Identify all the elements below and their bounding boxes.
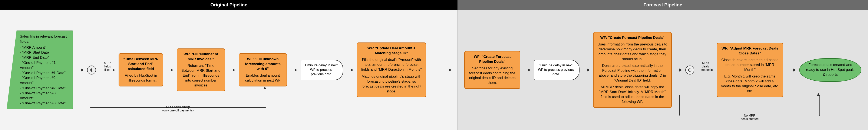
arrowhead-icon bbox=[817, 93, 820, 96]
arrow bbox=[347, 70, 353, 70]
start-field: "One-off Payment #1 Date" bbox=[20, 71, 68, 76]
pane-forecast-title: Forecast Pipeline bbox=[458, 0, 868, 9]
node-body: Fills the original deal's "Amount" with … bbox=[361, 57, 422, 72]
delay-node-1: 1 minute delay in next WF to process pre… bbox=[301, 60, 343, 80]
node-body: Deals are created automatically in the F… bbox=[597, 63, 668, 83]
edge-label-mrr-created: MRR deals created bbox=[701, 61, 710, 72]
node-body: Matches original pipeline's stage with f… bbox=[361, 74, 422, 94]
arrow bbox=[167, 70, 173, 70]
edge-label-mrr-empty: MRR fields empty (only one-off payments) bbox=[162, 105, 194, 112]
arrow: MRR deals created bbox=[698, 70, 713, 70]
node-title: WF: "Adjust MRR Forecast Deals Close Dat… bbox=[721, 46, 779, 56]
end-node: Forecast deals created and ready to use … bbox=[799, 58, 861, 82]
end-text: Forecast deals created and ready to use … bbox=[805, 62, 856, 77]
branch-no-mrr: No MRR deals created bbox=[679, 95, 820, 116]
node-body: E.g. Month 1 will keep the same close da… bbox=[721, 74, 779, 94]
arrow bbox=[77, 70, 83, 70]
start-field: "One-off Payment #3 Amount" bbox=[20, 91, 68, 101]
pane-forecast: Forecast Pipeline WF: "Create Forecast P… bbox=[458, 0, 868, 130]
arrow bbox=[524, 70, 530, 70]
node-title: WF: "Create Forecast Pipeline Deals" bbox=[597, 35, 668, 40]
node-wf-create-forecast: WF: "Create Forecast Pipeline Deals" Sea… bbox=[464, 51, 520, 89]
node-title: "Time Between MRR Start and End" calcula… bbox=[122, 57, 159, 72]
node-wf-num-invoices: WF: "Fill 'Number of MRR Invoices'" Refo… bbox=[177, 49, 225, 92]
flow-original: Sales fills in relevant forecast fields:… bbox=[0, 9, 458, 130]
start-field-list: "MRR Amount" "MRR Start Date" "MRR End D… bbox=[20, 45, 68, 106]
start-field: "MRR End Date" bbox=[20, 55, 68, 60]
node-body: Searches for any existing forecast deals… bbox=[468, 66, 517, 86]
start-title: Sales fills in relevant forecast fields: bbox=[20, 34, 68, 44]
branch-mrr-empty: MRR fields empty (only one-off payments) bbox=[90, 88, 266, 108]
edge-label-no-mrr: No MRR deals created bbox=[741, 114, 758, 121]
node-title: WF: "Fill 'Number of MRR Invoices'" bbox=[181, 52, 221, 62]
arrow bbox=[583, 70, 589, 70]
start-node: Sales fills in relevant forecast fields:… bbox=[7, 30, 73, 109]
arrow: MRR fields filled bbox=[100, 70, 115, 70]
diagram-root: Original Pipeline Sales fills in relevan… bbox=[0, 0, 868, 130]
node-wf-create-forecast-deals: WF: "Create Forecast Pipeline Deals" Use… bbox=[593, 32, 672, 108]
node-title: WF: "Create Forecast Pipeline Deals" bbox=[468, 54, 517, 64]
node-body: All MRR deals' close dates will copy the… bbox=[597, 85, 668, 104]
node-title: WF: "Fill unknown forecasting amounts wi… bbox=[243, 57, 283, 72]
gateway-mrr-created: ⊕ bbox=[685, 66, 694, 75]
node-title: WF: "Update Deal Amount + Matching Stage… bbox=[361, 46, 422, 56]
edge-label-mrr-filled: MRR fields filled bbox=[104, 61, 111, 72]
arrow-cross-pane bbox=[430, 70, 451, 70]
node-body: Reformats "Time Between MRR Start and En… bbox=[181, 63, 221, 88]
node-wf-update-deal: WF: "Update Deal Amount + Matching Stage… bbox=[357, 43, 426, 97]
delay-node-2: 1 minute delay in next WF to process pre… bbox=[534, 60, 580, 80]
start-field: "One-off Payment #2 Date" bbox=[20, 86, 68, 91]
arrow bbox=[291, 70, 297, 70]
node-calc-time: "Time Between MRR Start and End" calcula… bbox=[119, 53, 163, 86]
node-wf-adjust-close: WF: "Adjust MRR Forecast Deals Close Dat… bbox=[717, 43, 783, 97]
pane-original-title: Original Pipeline bbox=[0, 0, 458, 9]
gateway-mrr-check: ⊕ bbox=[87, 66, 96, 75]
arrowhead-icon bbox=[264, 87, 266, 89]
start-field: "One-off Payment #2 Amount" bbox=[20, 75, 68, 86]
start-field: "MRR Start Date" bbox=[20, 50, 68, 55]
delay-text: 1 minute delay in next WF to process pre… bbox=[537, 63, 575, 76]
delay-text: 1 minute delay in next WF to process pre… bbox=[304, 63, 338, 76]
node-body: Close dates are incremented based on the… bbox=[721, 58, 779, 72]
pane-original: Original Pipeline Sales fills in relevan… bbox=[0, 0, 458, 130]
start-field: "One-off Payment #1 Amount" bbox=[20, 60, 68, 71]
node-wf-fill-zero: WF: "Fill unknown forecasting amounts wi… bbox=[239, 53, 287, 86]
node-body: Uses information from the previous deals… bbox=[597, 42, 668, 62]
arrow bbox=[676, 70, 682, 70]
flow-forecast: WF: "Create Forecast Pipeline Deals" Sea… bbox=[458, 9, 868, 130]
arrow bbox=[229, 70, 235, 70]
arrow bbox=[787, 70, 796, 70]
node-body: Filled by HubSpot in milliseconds format bbox=[122, 73, 159, 83]
start-field: "MRR Amount" bbox=[20, 45, 68, 50]
node-body: Enables deal amount calculation in next … bbox=[243, 73, 283, 83]
start-field: "One-off Payment #3 Date" bbox=[20, 101, 68, 106]
